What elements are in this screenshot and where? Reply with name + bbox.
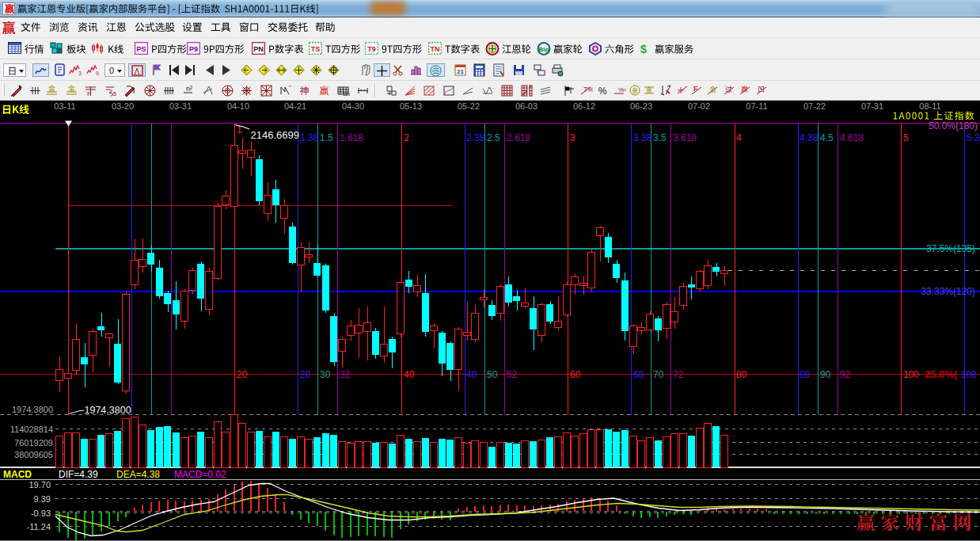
svg-text:21: 21 <box>457 68 464 75</box>
svg-text:4.38: 4.38 <box>800 132 819 143</box>
svg-text:1974.3800: 1974.3800 <box>85 405 131 416</box>
svg-text:TS: TS <box>311 45 321 53</box>
svg-text:68: 68 <box>633 369 644 380</box>
svg-text:": " <box>289 85 291 90</box>
svg-text:50: 50 <box>487 369 498 380</box>
svg-text:MACD=0.02: MACD=0.02 <box>174 469 226 480</box>
svg-text:5: 5 <box>903 132 909 143</box>
svg-text:PN: PN <box>253 45 264 53</box>
svg-text:P9: P9 <box>189 45 198 53</box>
svg-text:9: 9 <box>96 70 99 76</box>
svg-text:%: % <box>598 86 606 97</box>
svg-text:9.39: 9.39 <box>34 494 51 504</box>
svg-text:DIF=4.39: DIF=4.39 <box>59 469 98 480</box>
svg-text:04-21: 04-21 <box>284 101 306 111</box>
svg-text:76019209: 76019209 <box>14 438 53 448</box>
svg-text:%=: %= <box>618 86 626 93</box>
svg-text:60: 60 <box>570 369 581 380</box>
svg-text:5: 5 <box>113 91 116 97</box>
svg-text:06-03: 06-03 <box>515 101 537 111</box>
svg-text:20: 20 <box>237 369 248 380</box>
svg-text:DEA=4.38: DEA=4.38 <box>116 469 160 480</box>
svg-text:7%: 7% <box>583 86 593 93</box>
svg-text:70: 70 <box>653 369 664 380</box>
svg-text:3.618: 3.618 <box>673 132 697 143</box>
svg-text:28: 28 <box>300 369 311 380</box>
svg-text:2.5: 2.5 <box>487 132 500 143</box>
svg-text:T9: T9 <box>367 45 376 53</box>
svg-text:n²: n² <box>186 85 192 93</box>
svg-text:04-10: 04-10 <box>227 101 249 111</box>
svg-text:-11.24: -11.24 <box>27 522 51 531</box>
svg-text:100: 100 <box>903 369 919 380</box>
svg-text:06-12: 06-12 <box>573 101 595 111</box>
svg-text:4: 4 <box>736 132 742 143</box>
svg-text:3: 3 <box>78 70 82 76</box>
svg-text:0: 0 <box>109 66 114 75</box>
svg-text:25.0%(: 25.0%( <box>925 368 958 380</box>
svg-text:07-02: 07-02 <box>688 101 710 111</box>
svg-text:$: $ <box>640 42 648 55</box>
svg-text:108: 108 <box>961 369 977 380</box>
svg-text:19.70: 19.70 <box>28 480 51 490</box>
svg-text:1.618: 1.618 <box>340 132 363 143</box>
svg-text:114028814: 114028814 <box>10 425 53 434</box>
svg-text:07-31: 07-31 <box>861 101 883 111</box>
svg-text:3.5: 3.5 <box>653 132 667 143</box>
svg-text:F: F <box>693 85 698 93</box>
svg-text:37.5%(135): 37.5%(135) <box>926 243 975 254</box>
svg-text:30: 30 <box>320 369 331 380</box>
svg-text:03-11: 03-11 <box>54 101 75 111</box>
svg-text:1.5: 1.5 <box>320 132 333 143</box>
svg-text:5.38: 5.38 <box>967 132 980 143</box>
svg-text:90: 90 <box>820 369 831 380</box>
svg-text:MACD: MACD <box>3 469 32 480</box>
svg-text:06-23: 06-23 <box>630 101 652 111</box>
svg-text:PS: PS <box>136 45 146 53</box>
svg-text:1974.3800: 1974.3800 <box>12 405 53 414</box>
svg-text:52: 52 <box>507 369 518 380</box>
svg-text:50.0%(180): 50.0%(180) <box>929 120 978 131</box>
svg-text:08-11: 08-11 <box>919 101 940 111</box>
svg-text:33.33%(120): 33.33%(120) <box>921 286 975 297</box>
svg-text:07-11: 07-11 <box>746 101 767 111</box>
svg-text:05-22: 05-22 <box>458 101 480 111</box>
svg-text:2: 2 <box>404 132 409 143</box>
svg-text:Big: Big <box>539 46 549 53</box>
svg-text:03-31: 03-31 <box>169 101 192 111</box>
svg-text:88: 88 <box>800 369 811 380</box>
svg-text:F: F <box>87 90 91 97</box>
svg-text:4.618: 4.618 <box>840 132 864 143</box>
svg-text:80: 80 <box>736 369 747 380</box>
svg-text:92: 92 <box>840 369 851 380</box>
svg-text:3: 3 <box>570 132 575 143</box>
svg-text:2146.6699: 2146.6699 <box>251 129 299 141</box>
svg-text:-0.93: -0.93 <box>31 509 51 518</box>
svg-text:38009605: 38009605 <box>14 450 53 459</box>
svg-text:04-30: 04-30 <box>342 101 364 111</box>
svg-text:03-20: 03-20 <box>112 101 134 111</box>
svg-text:07-22: 07-22 <box>803 101 826 111</box>
svg-text:3.38: 3.38 <box>633 132 652 143</box>
svg-text:TN: TN <box>431 45 440 53</box>
svg-text:2.38: 2.38 <box>466 132 485 143</box>
svg-text:2.618: 2.618 <box>507 132 530 143</box>
svg-text:40: 40 <box>404 369 415 380</box>
svg-text:4.5: 4.5 <box>820 132 834 143</box>
svg-text:123: 123 <box>343 92 350 97</box>
svg-text:72: 72 <box>673 369 684 380</box>
svg-text:48: 48 <box>466 369 477 380</box>
svg-text:1.38: 1.38 <box>300 132 319 143</box>
svg-text:32: 32 <box>340 369 351 380</box>
svg-text:05-13: 05-13 <box>400 101 422 111</box>
